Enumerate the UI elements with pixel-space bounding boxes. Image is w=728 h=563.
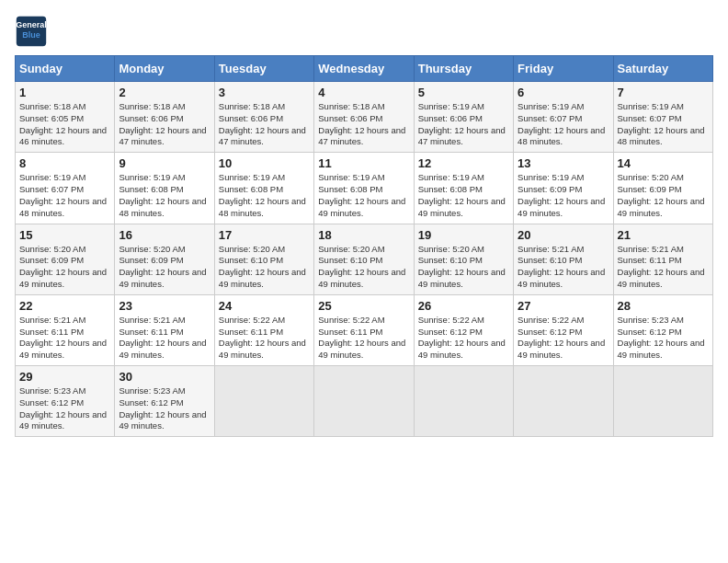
- day-info: Sunrise: 5:23 AM Sunset: 6:12 PM Dayligh…: [19, 385, 110, 432]
- calendar-cell: 12 Sunrise: 5:19 AM Sunset: 6:08 PM Dayl…: [414, 153, 513, 224]
- calendar-cell: 25 Sunrise: 5:22 AM Sunset: 6:11 PM Dayl…: [314, 294, 414, 365]
- calendar-cell: 11 Sunrise: 5:19 AM Sunset: 6:08 PM Dayl…: [314, 153, 414, 224]
- calendar-cell: 8 Sunrise: 5:19 AM Sunset: 6:07 PM Dayli…: [16, 153, 115, 224]
- logo: General Blue: [15, 15, 51, 48]
- weekday-header-saturday: Saturday: [613, 56, 712, 82]
- day-info: Sunrise: 5:22 AM Sunset: 6:12 PM Dayligh…: [518, 315, 609, 362]
- day-number: 9: [119, 156, 210, 170]
- day-info: Sunrise: 5:21 AM Sunset: 6:11 PM Dayligh…: [19, 315, 110, 362]
- day-info: Sunrise: 5:22 AM Sunset: 6:11 PM Dayligh…: [318, 315, 409, 362]
- calendar-cell: 27 Sunrise: 5:22 AM Sunset: 6:12 PM Dayl…: [514, 294, 613, 365]
- calendar-cell: 19 Sunrise: 5:20 AM Sunset: 6:10 PM Dayl…: [414, 224, 513, 294]
- calendar-cell: 29 Sunrise: 5:23 AM Sunset: 6:12 PM Dayl…: [16, 366, 115, 437]
- day-info: Sunrise: 5:18 AM Sunset: 6:05 PM Dayligh…: [19, 101, 110, 148]
- day-info: Sunrise: 5:21 AM Sunset: 6:10 PM Dayligh…: [518, 244, 609, 291]
- day-number: 24: [219, 299, 310, 313]
- day-info: Sunrise: 5:18 AM Sunset: 6:06 PM Dayligh…: [318, 101, 409, 148]
- day-number: 14: [618, 156, 709, 170]
- calendar-cell: 24 Sunrise: 5:22 AM Sunset: 6:11 PM Dayl…: [214, 294, 313, 365]
- day-info: Sunrise: 5:21 AM Sunset: 6:11 PM Dayligh…: [119, 315, 210, 362]
- calendar-table: SundayMondayTuesdayWednesdayThursdayFrid…: [15, 55, 713, 437]
- day-number: 29: [19, 370, 110, 384]
- day-number: 17: [219, 228, 310, 242]
- weekday-header-monday: Monday: [115, 56, 214, 82]
- calendar-cell: 22 Sunrise: 5:21 AM Sunset: 6:11 PM Dayl…: [16, 294, 115, 365]
- day-number: 8: [19, 156, 110, 170]
- day-info: Sunrise: 5:20 AM Sunset: 6:10 PM Dayligh…: [219, 244, 310, 291]
- day-number: 18: [318, 228, 409, 242]
- calendar-cell: 5 Sunrise: 5:19 AM Sunset: 6:06 PM Dayli…: [414, 82, 513, 153]
- calendar-cell: 13 Sunrise: 5:19 AM Sunset: 6:09 PM Dayl…: [514, 153, 613, 224]
- calendar-cell: 14 Sunrise: 5:20 AM Sunset: 6:09 PM Dayl…: [613, 153, 712, 224]
- calendar-cell: 1 Sunrise: 5:18 AM Sunset: 6:05 PM Dayli…: [16, 82, 115, 153]
- calendar-cell: 7 Sunrise: 5:19 AM Sunset: 6:07 PM Dayli…: [613, 82, 712, 153]
- day-number: 10: [219, 156, 310, 170]
- day-number: 15: [19, 228, 110, 242]
- day-info: Sunrise: 5:19 AM Sunset: 6:08 PM Dayligh…: [418, 172, 509, 219]
- day-info: Sunrise: 5:20 AM Sunset: 6:09 PM Dayligh…: [19, 244, 110, 291]
- day-info: Sunrise: 5:19 AM Sunset: 6:08 PM Dayligh…: [119, 172, 210, 219]
- calendar-cell: 10 Sunrise: 5:19 AM Sunset: 6:08 PM Dayl…: [214, 153, 313, 224]
- day-number: 25: [318, 299, 409, 313]
- day-number: 4: [318, 86, 409, 99]
- day-info: Sunrise: 5:19 AM Sunset: 6:07 PM Dayligh…: [518, 101, 609, 148]
- day-number: 26: [418, 299, 509, 313]
- calendar-cell: 9 Sunrise: 5:19 AM Sunset: 6:08 PM Dayli…: [115, 153, 214, 224]
- svg-text:Blue: Blue: [22, 30, 40, 40]
- day-info: Sunrise: 5:20 AM Sunset: 6:09 PM Dayligh…: [119, 244, 210, 291]
- day-number: 28: [618, 299, 709, 313]
- day-info: Sunrise: 5:19 AM Sunset: 6:08 PM Dayligh…: [318, 172, 409, 219]
- calendar-cell: 18 Sunrise: 5:20 AM Sunset: 6:10 PM Dayl…: [314, 224, 414, 294]
- calendar-cell: 2 Sunrise: 5:18 AM Sunset: 6:06 PM Dayli…: [115, 82, 214, 153]
- calendar-cell: 30 Sunrise: 5:23 AM Sunset: 6:12 PM Dayl…: [115, 366, 214, 437]
- day-number: 2: [119, 86, 210, 99]
- day-info: Sunrise: 5:19 AM Sunset: 6:08 PM Dayligh…: [219, 172, 310, 219]
- calendar-cell: 16 Sunrise: 5:20 AM Sunset: 6:09 PM Dayl…: [115, 224, 214, 294]
- calendar-cell: 20 Sunrise: 5:21 AM Sunset: 6:10 PM Dayl…: [514, 224, 613, 294]
- day-info: Sunrise: 5:18 AM Sunset: 6:06 PM Dayligh…: [219, 101, 310, 148]
- calendar-cell: 21 Sunrise: 5:21 AM Sunset: 6:11 PM Dayl…: [613, 224, 712, 294]
- day-info: Sunrise: 5:20 AM Sunset: 6:10 PM Dayligh…: [318, 244, 409, 291]
- calendar-cell: 26 Sunrise: 5:22 AM Sunset: 6:12 PM Dayl…: [414, 294, 513, 365]
- calendar-cell: [314, 366, 414, 437]
- weekday-header-wednesday: Wednesday: [314, 56, 414, 82]
- day-number: 16: [119, 228, 210, 242]
- day-info: Sunrise: 5:23 AM Sunset: 6:12 PM Dayligh…: [618, 315, 709, 362]
- calendar-cell: 6 Sunrise: 5:19 AM Sunset: 6:07 PM Dayli…: [514, 82, 613, 153]
- day-number: 6: [518, 86, 609, 99]
- day-info: Sunrise: 5:20 AM Sunset: 6:10 PM Dayligh…: [418, 244, 509, 291]
- calendar-cell: 28 Sunrise: 5:23 AM Sunset: 6:12 PM Dayl…: [613, 294, 712, 365]
- calendar-cell: 15 Sunrise: 5:20 AM Sunset: 6:09 PM Dayl…: [16, 224, 115, 294]
- day-info: Sunrise: 5:22 AM Sunset: 6:11 PM Dayligh…: [219, 315, 310, 362]
- day-info: Sunrise: 5:21 AM Sunset: 6:11 PM Dayligh…: [618, 244, 709, 291]
- day-number: 12: [418, 156, 509, 170]
- day-number: 30: [119, 370, 210, 384]
- weekday-header-friday: Friday: [514, 56, 613, 82]
- calendar-cell: 23 Sunrise: 5:21 AM Sunset: 6:11 PM Dayl…: [115, 294, 214, 365]
- calendar-cell: [613, 366, 712, 437]
- calendar-cell: 3 Sunrise: 5:18 AM Sunset: 6:06 PM Dayli…: [214, 82, 313, 153]
- calendar-cell: 17 Sunrise: 5:20 AM Sunset: 6:10 PM Dayl…: [214, 224, 313, 294]
- weekday-header-tuesday: Tuesday: [214, 56, 313, 82]
- day-number: 22: [19, 299, 110, 313]
- weekday-header-thursday: Thursday: [414, 56, 513, 82]
- weekday-header-sunday: Sunday: [16, 56, 115, 82]
- day-info: Sunrise: 5:22 AM Sunset: 6:12 PM Dayligh…: [418, 315, 509, 362]
- calendar-cell: [514, 366, 613, 437]
- calendar-cell: [414, 366, 513, 437]
- day-number: 20: [518, 228, 609, 242]
- header: General Blue: [15, 15, 713, 48]
- day-info: Sunrise: 5:19 AM Sunset: 6:07 PM Dayligh…: [618, 101, 709, 148]
- day-info: Sunrise: 5:23 AM Sunset: 6:12 PM Dayligh…: [119, 385, 210, 432]
- logo-icon: General Blue: [15, 15, 48, 48]
- svg-text:General: General: [16, 20, 47, 29]
- calendar-cell: 4 Sunrise: 5:18 AM Sunset: 6:06 PM Dayli…: [314, 82, 414, 153]
- day-info: Sunrise: 5:19 AM Sunset: 6:07 PM Dayligh…: [19, 172, 110, 219]
- day-number: 7: [618, 86, 709, 99]
- day-number: 3: [219, 86, 310, 99]
- day-number: 21: [618, 228, 709, 242]
- day-number: 1: [19, 86, 110, 99]
- day-number: 19: [418, 228, 509, 242]
- day-info: Sunrise: 5:19 AM Sunset: 6:09 PM Dayligh…: [518, 172, 609, 219]
- day-number: 11: [318, 156, 409, 170]
